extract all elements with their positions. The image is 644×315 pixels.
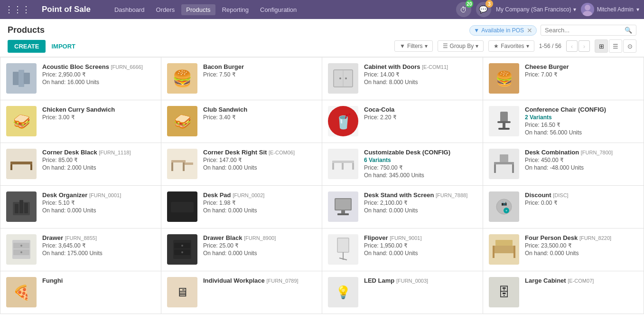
remove-filter-button[interactable]: ✕ (527, 27, 532, 34)
product-price: Price: 14.00 ₹ (364, 71, 477, 78)
prev-page-button[interactable]: ‹ (566, 40, 578, 52)
svg-rect-3 (19, 70, 24, 87)
product-info: Customizable Desk (CONFIG) 6 Variants Pr… (364, 149, 477, 179)
product-price: Price: 1,950.00 ₹ (364, 242, 477, 249)
create-button[interactable]: CREATE (8, 40, 46, 53)
import-button[interactable]: IMPORT (49, 40, 77, 53)
star-icon: ★ (494, 43, 499, 49)
menu-reporting[interactable]: Reporting (217, 4, 253, 15)
product-ref: [FURN_0002] (233, 192, 264, 198)
product-card[interactable]: 🍔 Cheese Burger Price: 7.00 ₹ (483, 57, 644, 100)
product-info: Discount [DISC] Price: 0.00 ₹ (525, 191, 638, 207)
notifications-button[interactable]: ⏱ 20 (456, 2, 471, 17)
product-name: Cheese Burger (525, 63, 569, 70)
product-info: Acoustic Bloc Screens [FURN_6666] Price:… (42, 63, 155, 86)
product-image (167, 191, 197, 222)
product-info: Chicken Curry Sandwich Price: 3.00 ₹ (42, 106, 155, 122)
toolbar: CREATE IMPORT ▼ Filters ▾ ☰ Group By ▾ ★… (0, 36, 644, 57)
svg-rect-54 (493, 246, 515, 253)
product-card[interactable]: Desk Organizer [FURN_0001] Price: 5.10 ₹… (0, 186, 161, 229)
product-card[interactable]: 🥤 Coca-Cola Price: 2.20 ₹ (322, 100, 483, 143)
product-image: 🗄 (489, 277, 519, 307)
product-price: Price: 7.50 ₹ (203, 71, 316, 78)
main-content: Products ▼ Available in POS ✕ 🔍 CREATE I… (0, 19, 644, 315)
svg-rect-14 (10, 164, 12, 170)
product-name: Bacon Burger (203, 63, 244, 70)
svg-rect-2 (13, 72, 19, 85)
svg-rect-57 (495, 240, 513, 246)
product-card[interactable]: Four Person Desk [FURN_8220] Price: 23,5… (483, 229, 644, 271)
filters-chevron-icon: ▾ (425, 43, 428, 49)
product-name: Four Person Desk [FURN_8220] (525, 234, 611, 241)
product-card[interactable]: 🥪 Club Sandwich Price: 3.40 ₹ (161, 100, 322, 143)
product-card[interactable]: Desk Stand with Screen [FURN_7888] Price… (322, 186, 483, 229)
product-card[interactable]: Flipover [FURN_9001] Price: 1,950.00 ₹ O… (322, 229, 483, 271)
product-card[interactable]: 🗄 Large Cabinet [E-COM07] (483, 271, 644, 314)
favorites-button[interactable]: ★ Favorites ▾ (488, 40, 534, 52)
menu-dashboard[interactable]: Dashboard (110, 4, 149, 15)
product-card[interactable]: Drawer Black [FURN_8900] Price: 25.00 ₹ … (161, 229, 322, 271)
next-page-button[interactable]: › (579, 40, 590, 52)
product-card[interactable]: Corner Desk Right Sit [E-COM06] Price: 1… (161, 143, 322, 186)
svg-rect-10 (497, 121, 511, 123)
product-card[interactable]: Conference Chair (CONFIG) 2 Variants Pri… (483, 100, 644, 143)
product-image (328, 191, 358, 222)
product-card[interactable]: 🖥 Individual Workplace [FURN_0789] (161, 271, 322, 314)
product-card[interactable]: Desk Pad [FURN_0002] Price: 1.98 ₹ On ha… (161, 186, 322, 229)
filters-button[interactable]: ▼ Filters ▾ (394, 40, 433, 52)
product-card[interactable]: Corner Desk Black [FURN_1118] Price: 85.… (0, 143, 161, 186)
app-name[interactable]: Point of Sale (42, 5, 91, 14)
product-ref: [FURN_9001] (390, 235, 421, 241)
product-card[interactable]: 💡 LED Lamp [FURN_0003] (322, 271, 483, 314)
grid-icon[interactable]: ⋮⋮⋮ (5, 4, 30, 15)
product-card[interactable]: 🥪 Chicken Curry Sandwich Price: 3.00 ₹ (0, 100, 161, 143)
product-info: Funghi (42, 277, 155, 285)
product-ref: [E-COM07] (568, 278, 594, 284)
search-input[interactable] (545, 27, 625, 34)
product-image (167, 234, 197, 265)
list-view-button[interactable]: ☰ (609, 39, 622, 53)
product-info: Desk Pad [FURN_0002] Price: 1.98 ₹ On ha… (203, 191, 316, 214)
product-card[interactable]: Drawer [FURN_8855] Price: 3,645.00 ₹ On … (0, 229, 161, 271)
product-card[interactable]: 📷+ Discount [DISC] Price: 0.00 ₹ (483, 186, 644, 229)
company-selector[interactable]: My Company (San Francisco) ▾ (496, 6, 576, 13)
product-info: LED Lamp [FURN_0003] (364, 277, 477, 285)
messages-button[interactable]: 💬 3 (476, 2, 491, 17)
product-price: Price: 23,500.00 ₹ (525, 242, 638, 249)
active-filter-tag[interactable]: ▼ Available in POS ✕ (469, 25, 537, 36)
topnav-right: ⏱ 20 💬 3 My Company (San Francisco) ▾ Mi… (456, 2, 639, 17)
product-image: 🖥 (167, 277, 197, 307)
product-price: Price: 3,645.00 ₹ (42, 242, 155, 249)
product-card[interactable]: Desk Combination [FURN_7800] Price: 450.… (483, 143, 644, 186)
product-image (6, 63, 37, 94)
product-name: Conference Chair (CONFIG) (525, 106, 606, 113)
menu-products[interactable]: Products (181, 4, 215, 15)
product-card[interactable]: 🍔 Bacon Burger Price: 7.50 ₹ (161, 57, 322, 100)
product-ref: [FURN_7800] (581, 150, 613, 155)
search-icon[interactable]: 🔍 (625, 27, 632, 34)
product-name: Desk Pad [FURN_0002] (203, 191, 264, 199)
product-stock: On hand: 0.000 Units (203, 207, 316, 214)
product-price: Price: 7.00 ₹ (525, 71, 638, 78)
product-ref: [FURN_7888] (436, 192, 467, 198)
product-info: Conference Chair (CONFIG) 2 Variants Pri… (525, 106, 638, 136)
product-card[interactable]: 🍕 Funghi (0, 271, 161, 314)
product-card[interactable]: Customizable Desk (CONFIG) 6 Variants Pr… (322, 143, 483, 186)
products-grid: Acoustic Bloc Screens [FURN_6666] Price:… (0, 57, 644, 314)
grid-view-button[interactable]: ⊞ (595, 39, 608, 53)
product-name: LED Lamp [FURN_0003] (364, 277, 428, 284)
groupby-button[interactable]: ☰ Group By ▾ (438, 40, 484, 52)
product-ref: [E-COM06] (269, 150, 295, 155)
product-stock: On hand: -48.000 Units (525, 164, 638, 171)
product-image (6, 191, 37, 222)
product-card[interactable]: Acoustic Bloc Screens [FURN_6666] Price:… (0, 57, 161, 100)
activity-view-button[interactable]: ⊙ (623, 39, 636, 53)
menu-configuration[interactable]: Configuration (255, 4, 301, 15)
user-menu[interactable]: Mitchell Admin ▾ (581, 3, 639, 16)
product-name: Large Cabinet [E-COM07] (525, 277, 594, 284)
groupby-icon: ☰ (443, 43, 448, 49)
menu-orders[interactable]: Orders (151, 4, 180, 15)
page-info: 1-56 / 56 (539, 43, 561, 49)
product-info: Corner Desk Right Sit [E-COM06] Price: 1… (203, 149, 316, 171)
product-card[interactable]: Cabinet with Doors [E-COM11] Price: 14.0… (322, 57, 483, 100)
